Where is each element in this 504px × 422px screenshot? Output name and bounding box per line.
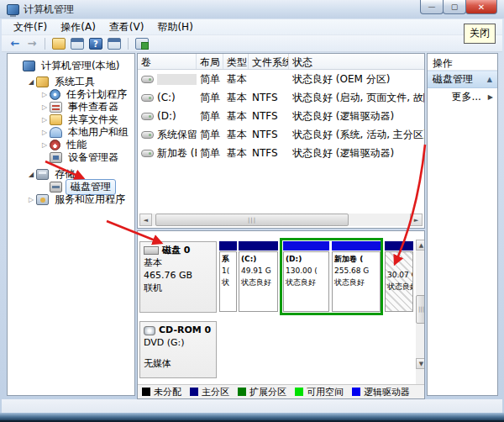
table-row[interactable]: 系统保留简单基本NTFS状态良好 (系统, 活动, 主分区) xyxy=(138,125,424,144)
table-row[interactable]: 简单基本状态良好 (OEM 分区) xyxy=(138,70,424,88)
legend-item: 逻辑驱动器 xyxy=(352,386,410,398)
window-title: 计算机管理 xyxy=(24,3,74,17)
app-icon xyxy=(7,4,19,15)
collapsed-triangle-icon[interactable]: ▷ xyxy=(39,91,50,98)
menu-item[interactable]: 操作(A) xyxy=(54,18,102,36)
status-cell: 状态良好 (逻辑驱动器) xyxy=(289,109,425,124)
cdrom-media-status: 无媒体 xyxy=(144,358,213,371)
partition-header-strip xyxy=(239,241,278,251)
sidebar-item-disk[interactable]: 磁盘管理 xyxy=(8,181,134,193)
partition-C[interactable]: (C:)49.91 G状态良好 xyxy=(239,241,278,313)
sidebar-item-event[interactable]: ▷事件查看器 xyxy=(8,101,134,113)
table-row[interactable]: 新加卷 (E:)简单基本NTFS状态良好 (逻辑驱动器) xyxy=(138,144,424,162)
drive-icon xyxy=(141,113,154,120)
menu-item[interactable]: 查看(V) xyxy=(102,18,151,36)
services-icon xyxy=(36,194,49,205)
column-header[interactable]: 状态 xyxy=(289,54,425,69)
sidebar-item-tools[interactable]: ◢系统工具 xyxy=(8,76,134,88)
blank-volume-name xyxy=(157,74,197,85)
menu-item[interactable]: 文件(F) xyxy=(7,18,54,36)
legend-item: 扩展分区 xyxy=(238,386,286,398)
export-list-icon[interactable] xyxy=(135,38,149,50)
column-header[interactable]: 类型 xyxy=(223,54,249,69)
forward-arrow-icon[interactable]: → xyxy=(24,37,40,50)
horizontal-scrollbar[interactable]: ◄ ||| ► xyxy=(139,214,423,226)
partition-header-strip xyxy=(219,241,237,251)
volume-name-cell: 系统保留 xyxy=(138,128,197,142)
collapsed-triangle-icon[interactable]: ▷ xyxy=(39,116,50,124)
sidebar-item-perf[interactable]: ▷性能 xyxy=(8,139,134,151)
collapsed-triangle-icon[interactable]: ▷ xyxy=(39,141,50,149)
collapsed-triangle-icon[interactable]: ▷ xyxy=(39,129,50,136)
legend-swatch xyxy=(142,388,150,396)
sidebar-item-computer[interactable]: 计算机管理(本地) xyxy=(8,60,134,72)
window-controls: — ▢ ✕ xyxy=(421,0,497,14)
partition-系[interactable]: 系1(状 xyxy=(219,241,237,313)
console-window-icon[interactable] xyxy=(108,38,121,50)
scroll-up-button[interactable]: ▲ xyxy=(416,240,425,251)
vertical-scrollbar[interactable]: ▲ ||| ▼ xyxy=(416,240,425,384)
more-actions-item[interactable]: 更多... ▶ xyxy=(428,88,497,106)
table-row[interactable]: (C:)简单基本NTFS状态良好 (启动, 页面文件, 故障转储, xyxy=(138,88,424,107)
help-icon[interactable]: ? xyxy=(89,38,102,50)
column-header[interactable]: 布局 xyxy=(197,54,223,69)
tree-item-label: 服务和应用程序 xyxy=(52,193,128,207)
partition-3007G[interactable]: 30.07 G状态良好 xyxy=(385,241,413,313)
cdrom-icon xyxy=(144,326,155,335)
maximize-button[interactable]: ▢ xyxy=(443,0,466,14)
collapsed-triangle-icon[interactable]: ▷ xyxy=(26,196,36,203)
toolbar-separator xyxy=(45,38,45,50)
table-row[interactable]: (D:)简单基本NTFS状态良好 (逻辑驱动器) xyxy=(138,107,424,125)
volume-name-cell: 新加卷 (E:) xyxy=(138,146,197,161)
sidebar-item-services[interactable]: ▷服务和应用程序 xyxy=(8,193,134,206)
back-arrow-icon[interactable]: ← xyxy=(7,37,24,50)
collapsed-triangle-icon[interactable]: ▷ xyxy=(39,103,50,111)
cdrom-drive: DVD (G:) xyxy=(144,337,213,350)
event-icon xyxy=(50,102,62,113)
sidebar-item-share[interactable]: ▷共享文件夹 xyxy=(8,113,134,126)
disk0-label-cell[interactable]: 磁盘 0 基本 465.76 GB 联机 xyxy=(139,241,217,313)
column-header[interactable]: 卷 xyxy=(138,54,197,69)
menu-item[interactable]: 帮助(H) xyxy=(150,18,199,36)
column-header[interactable]: 文件系统 xyxy=(249,54,289,69)
volume-list-header: 卷布局类型文件系统状态 xyxy=(138,54,424,70)
legend-swatch xyxy=(295,388,303,396)
scroll-down-button[interactable]: ▼ xyxy=(416,358,425,369)
horizontal-scroll-thumb[interactable]: ||| xyxy=(155,214,349,226)
sidebar-item-device[interactable]: 设备管理器 xyxy=(8,151,134,164)
actions-group-label: 磁盘管理 xyxy=(433,72,473,87)
sidebar-item-clock[interactable]: ▷任务计划程序 xyxy=(8,88,134,101)
sidebar-item-users[interactable]: ▷本地用户和组 xyxy=(8,126,134,139)
partition-text-line: 状态良好 xyxy=(334,277,378,289)
collapse-caret-icon[interactable]: ▲ xyxy=(487,76,492,83)
cdrom-label-cell[interactable]: CD-ROM 0 DVD (G:) 无媒体 xyxy=(139,321,217,378)
partition-新加卷[interactable]: 新加卷 (255.68 G状态良好 xyxy=(332,241,381,313)
partition-D[interactable]: (D:)130.00 (状态良好 xyxy=(283,241,329,313)
folder-icon[interactable] xyxy=(52,38,66,50)
console-tree-pane: 计算机管理(本地)◢系统工具▷任务计划程序▷事件查看器▷共享文件夹▷本地用户和组… xyxy=(7,53,135,396)
close-button[interactable]: ✕ xyxy=(465,0,497,14)
filesystem-cell: NTFS xyxy=(249,92,289,103)
partition-text-line: 系 xyxy=(222,254,234,266)
expanded-triangle-icon[interactable]: ◢ xyxy=(26,78,36,86)
legend-swatch xyxy=(190,388,198,396)
legend-label: 逻辑驱动器 xyxy=(364,386,410,398)
minimize-button[interactable]: — xyxy=(420,0,444,14)
computer-management-window: 计算机管理 — ▢ ✕ 关闭 文件(F)操作(A)查看(V)帮助(H) ← → … xyxy=(0,0,504,422)
type-cell: 基本 xyxy=(223,109,249,124)
legend-item: 主分区 xyxy=(190,386,229,398)
status-strip xyxy=(2,399,502,413)
partition-text-line: 状 xyxy=(222,277,234,289)
scroll-right-button[interactable]: ► xyxy=(410,214,423,226)
volume-name-cell: (C:) xyxy=(138,92,197,103)
partition-text-line: 状态良好 xyxy=(387,282,411,293)
actions-group-disk-management[interactable]: 磁盘管理 ▲ xyxy=(428,71,497,88)
vertical-scroll-thumb[interactable]: ||| xyxy=(416,295,425,324)
console-window-icon[interactable] xyxy=(71,38,84,50)
expanded-triangle-icon[interactable]: ◢ xyxy=(26,171,36,178)
perf-icon xyxy=(50,140,60,150)
layout-cell: 简单 xyxy=(197,146,223,161)
clock-icon xyxy=(50,89,60,100)
scroll-left-button[interactable]: ◄ xyxy=(139,214,152,226)
disk-icon xyxy=(144,246,159,255)
